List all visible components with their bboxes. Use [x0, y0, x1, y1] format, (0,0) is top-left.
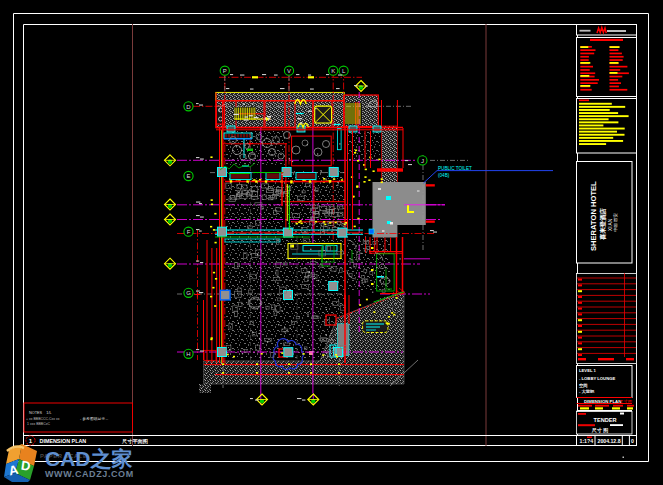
svg-text:1: 1: [29, 437, 33, 444]
svg-text:J: J: [421, 158, 424, 164]
svg-text:TENDER: TENDER: [594, 417, 617, 423]
svg-text:喜来登酒店: 喜来登酒店: [599, 207, 607, 241]
svg-text:LEVEL 1: LEVEL 1: [579, 368, 597, 373]
svg-text:NOTES 1/L: NOTES 1/L: [29, 411, 52, 415]
svg-text:CAD之家: CAD之家: [45, 447, 133, 470]
svg-text:K: K: [331, 68, 335, 74]
svg-text:中国 西安: 中国 西安: [613, 213, 618, 232]
svg-text:E: E: [186, 173, 190, 179]
svg-text:尺寸平面图: 尺寸平面图: [121, 438, 148, 445]
svg-text:0: 0: [631, 438, 634, 444]
svg-text:F: F: [187, 229, 191, 235]
svg-text:1:1?4: 1:1?4: [580, 438, 594, 444]
svg-text:尺寸 图: 尺寸 图: [591, 427, 608, 434]
svg-text:- 大堂吧: - 大堂吧: [579, 389, 595, 394]
svg-text:- 参考图纸目录＿: - 参考图纸目录＿: [80, 416, 109, 421]
svg-text:2004.12.8: 2004.12.8: [598, 438, 621, 444]
svg-text:DIMENSION PLAN: DIMENSION PLAN: [40, 438, 87, 444]
svg-text:WWW.CADZJ.COM: WWW.CADZJ.COM: [45, 469, 134, 479]
svg-text:XI AN: XI AN: [608, 218, 613, 231]
svg-text:(04B): (04B): [438, 173, 450, 178]
svg-text:+ xx BBBCCC.Cxx xx: + xx BBBCCC.Cxx xx: [26, 417, 60, 421]
svg-text:G: G: [186, 290, 191, 296]
svg-text:V: V: [287, 68, 291, 74]
svg-text:- LOBBY LOUNGE: - LOBBY LOUNGE: [579, 376, 615, 381]
svg-text:DIMENSION PLAN: DIMENSION PLAN: [584, 399, 621, 404]
svg-text:尺寸图: 尺寸图: [619, 399, 632, 404]
svg-text:SHERATON HOTEL: SHERATON HOTEL: [589, 181, 598, 251]
svg-text:H: H: [186, 351, 190, 357]
svg-text:P: P: [223, 68, 227, 74]
svg-text:1 xxx BBBCxC: 1 xxx BBBCxC: [27, 422, 50, 426]
svg-text:D: D: [186, 104, 191, 110]
svg-text:PUBLIC TOILET: PUBLIC TOILET: [438, 166, 472, 171]
